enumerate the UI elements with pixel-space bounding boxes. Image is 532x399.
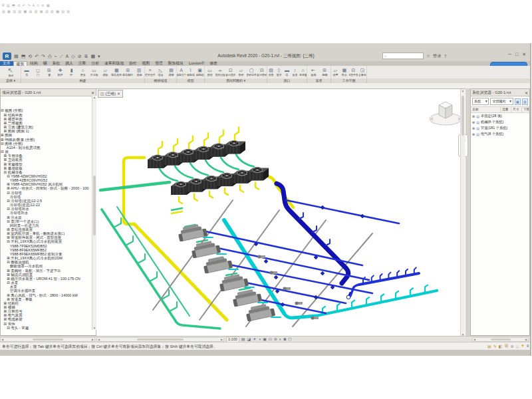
ribbon-button[interactable]: ⌂老虎窗 <box>299 68 307 76</box>
project-browser-tree[interactable]: ⊟ 视图 (全部) ⊞ 结构平面 ⊞ 楼层平面 ⊞ 三维视图 ⊞ 立面 (建筑立… <box>1 96 92 331</box>
ribbon-button[interactable]: ⊞轴网 <box>319 68 330 76</box>
status-message: 单击可进行选择；按 Tab 键并单击可选择其他项目；按 Ctrl 键并单击可将新… <box>2 344 374 350</box>
tree-item[interactable]: ⊞ AHU - 组合式 - 四管制 - 卧式 - 轮毂 - 2000 - 100 <box>1 186 92 190</box>
switch-windows-icon[interactable]: ▦ <box>90 53 95 59</box>
ribbon-button[interactable]: ▭天花板 <box>88 68 99 76</box>
print-icon[interactable]: ⎙ <box>48 53 52 59</box>
ribbon-button[interactable]: ▬墙 <box>21 68 32 76</box>
ribbon-button[interactable]: ≡栏杆扶手 <box>145 68 155 76</box>
ribbon-button[interactable]: ▱面积 <box>236 68 246 76</box>
ribbon-button[interactable]: ⊞幕墙网格 <box>122 68 133 76</box>
text-icon[interactable]: A <box>66 53 69 59</box>
ribbon-button[interactable]: ⌯房间分隔 <box>215 68 225 76</box>
sync-icon[interactable]: ⟲ <box>28 53 32 59</box>
help-icon[interactable]: ? <box>444 54 447 59</box>
search-input[interactable]: ⌕ <box>382 53 424 59</box>
ribbon-button[interactable]: ⇤标高 <box>308 68 319 76</box>
ribbon-button[interactable]: ▥竖梃 <box>134 68 144 76</box>
ribbon-button[interactable]: ▤楼梯 <box>166 68 176 76</box>
discipline-filter-select[interactable]: 全部规程▾ <box>490 98 513 105</box>
panel-label-select[interactable]: 选择 ▾ <box>1 78 21 83</box>
view-tab[interactable]: ◫ {三维} ✕ <box>98 90 123 98</box>
undo-icon[interactable]: ↶ <box>35 53 39 59</box>
modify-button[interactable]: ↖修改 <box>5 66 16 77</box>
editable-only-icon[interactable]: ✎ <box>493 344 497 348</box>
save-icon[interactable]: ⬒ <box>21 53 26 59</box>
project-browser-vscrollbar[interactable]: ▲▼ <box>92 96 96 330</box>
ribbon-button[interactable]: ▦显示 <box>340 68 349 76</box>
ribbon-button[interactable]: ⊡标记房间 <box>225 68 235 76</box>
ribbon-button[interactable]: ◺坡道 <box>156 68 166 76</box>
canvas-hscrollbar[interactable]: ◀▶ <box>96 337 224 342</box>
system-row[interactable]: ⊞ ▤ 管道(181 个系统) <box>471 125 529 131</box>
ribbon-button[interactable]: A模型文字 <box>177 68 186 76</box>
close-icon[interactable]: ✕ <box>525 90 528 95</box>
open-file-icon[interactable]: ▤ <box>14 53 19 59</box>
column-header[interactable]: 名称 <box>471 107 501 112</box>
tree-item[interactable]: 标准 <box>1 330 92 331</box>
view-tab-close-icon[interactable]: ✕ <box>117 92 120 96</box>
column-settings-icon[interactable]: ▥ <box>522 98 528 105</box>
background-window-fragment-row1: R ▤ ⬒ ⟲ ↶ ↷ A ◇ ⊘ ▦ <box>2 3 155 7</box>
system-browser-hscrollbar[interactable]: ◀▶ <box>472 337 529 342</box>
minimize-button[interactable]: ─ <box>508 52 511 57</box>
system-browser-header[interactable]: 系统浏览器 - G20-1.rvt ✕ <box>471 89 529 96</box>
system-row[interactable]: ⊞ ▤ 电气(8 个系统) <box>471 131 529 137</box>
design-options-icon[interactable]: ◧ <box>499 344 503 348</box>
star-icon[interactable]: ☆ <box>426 53 430 59</box>
worksets-icon[interactable]: ▤ <box>487 344 491 348</box>
ribbon-button[interactable]: ◲查看器 <box>358 68 367 76</box>
ribbon-button[interactable]: ⊟标记面积 <box>257 68 267 76</box>
ribbon: ↖修改 ▬墙◻门⊞窗❖构件▮柱⌂屋顶▭天花板▱楼板▦幕墙系统⊞幕墙网格▥竖梃 ≡… <box>0 66 530 80</box>
customize-qat-icon[interactable]: ▾ <box>98 53 100 59</box>
column-header[interactable]: 尺寸 <box>511 107 522 112</box>
ribbon-button[interactable]: ⊟参照平面 <box>349 68 358 76</box>
ribbon-button[interactable]: ▨按面 <box>267 68 275 76</box>
ribbon-button[interactable]: ▢面积边界 <box>247 68 257 76</box>
system-filter-select[interactable]: 系统▾ <box>472 98 489 105</box>
revit-logo-icon[interactable]: R <box>3 53 11 60</box>
section-icon[interactable]: ⊘ <box>78 53 82 59</box>
project-browser-hscrollbar[interactable]: ◀▶ <box>0 337 95 342</box>
ribbon-button[interactable]: ↕垂直 <box>291 68 299 76</box>
column-header[interactable]: 流量 <box>501 107 511 112</box>
ribbon-button[interactable]: ▬墙 <box>283 68 291 76</box>
aligned-dimension-icon[interactable]: ⟋ <box>60 53 63 59</box>
pipe-chilled-supply-blue[interactable] <box>200 200 419 313</box>
default-3d-view-icon[interactable]: ◇ <box>71 53 74 59</box>
ribbon-button[interactable]: ▭房间 <box>205 68 215 76</box>
3d-model-view[interactable] <box>96 89 466 336</box>
system-row[interactable]: ⊞ ▤ 机械(8 个系统) <box>471 119 529 125</box>
link-icon[interactable]: ⛓ <box>504 344 508 348</box>
ribbon-button[interactable]: ⊞窗 <box>44 68 55 76</box>
ribbon-button[interactable]: ▦幕墙系统 <box>111 68 122 76</box>
panel-label-room-area[interactable]: 房间和面积 ▾ <box>205 78 267 83</box>
measure-icon[interactable]: ⌁ <box>54 53 57 59</box>
exclude-options-icon[interactable]: ⊘ <box>510 344 513 348</box>
thin-lines-icon[interactable]: ≣ <box>84 53 88 59</box>
ribbon-button[interactable]: ▱楼板 <box>100 68 110 76</box>
ribbon-button[interactable]: ▯竖井 <box>275 68 283 76</box>
autofit-columns-icon[interactable]: ▦ <box>515 98 521 105</box>
viewcube[interactable] <box>428 98 464 132</box>
chiller-units[interactable] <box>178 223 275 321</box>
filter-icon[interactable]: ▼ <box>521 344 525 348</box>
maximize-button[interactable]: □ <box>515 52 518 57</box>
ribbon-button[interactable]: ❖构件 <box>55 68 66 76</box>
ribbon-button[interactable]: ⌇模型线 <box>186 68 195 76</box>
redo-icon[interactable]: ↷ <box>41 53 45 59</box>
column-header[interactable]: 下限高程 <box>522 107 529 112</box>
ribbon-button[interactable]: ⌂屋顶 <box>78 68 88 76</box>
system-row[interactable]: ⊞ ▤ 未指定(28 项) <box>471 113 529 119</box>
ribbon-button[interactable]: ▱设置 <box>331 68 340 76</box>
selection-count-icon[interactable]: 0 <box>527 344 529 348</box>
ribbon-button[interactable]: ▮柱 <box>66 68 77 76</box>
ribbon-button[interactable]: ▣模型组 <box>196 68 204 76</box>
press-drag-icon[interactable]: ◇ <box>515 344 519 348</box>
sign-in-button[interactable]: 登录 <box>433 53 442 59</box>
canvas-vscrollbar[interactable]: ▲▼ <box>460 89 465 336</box>
ribbon-button[interactable]: ◻门 <box>33 68 43 76</box>
drawing-area[interactable]: ◫ {三维} ✕ <box>96 88 466 336</box>
close-icon[interactable]: ✕ <box>91 90 94 95</box>
close-button[interactable]: ✕ <box>522 52 526 57</box>
